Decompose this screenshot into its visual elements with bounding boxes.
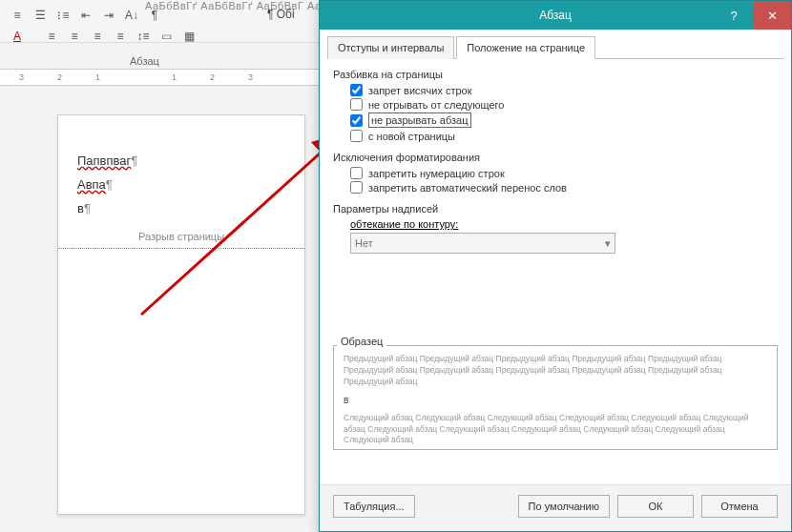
preview-box: Предыдущий абзац Предыдущий абзац Предыд… — [333, 345, 778, 450]
align-left-icon[interactable]: ≡ — [42, 27, 61, 46]
justify-icon[interactable]: ≡ — [111, 27, 130, 46]
label-no-hyphen: запретить автоматический перенос слов — [368, 182, 567, 194]
decrease-indent-icon[interactable]: ⇤ — [76, 6, 95, 25]
checkbox-widow-control[interactable] — [350, 84, 363, 96]
help-button[interactable]: ? — [715, 1, 753, 30]
paragraph-dialog: Абзац ? ✕ Отступы и интервалы Положение … — [319, 0, 792, 532]
label-keep-together: не разрывать абзац — [371, 114, 469, 126]
horizontal-ruler[interactable]: 3 2 1 1 2 3 — [0, 69, 324, 86]
numbering-icon[interactable]: ☰ — [31, 6, 50, 25]
checkbox-page-break-before[interactable] — [350, 130, 363, 142]
page-break-marker: Разрыв страницы — [58, 225, 304, 249]
tab-position[interactable]: Положение на странице — [456, 36, 595, 59]
tight-wrap-label: обтекание по контуру: — [350, 218, 778, 230]
label-widow: запрет висячих строк — [368, 85, 472, 96]
label-page-break-before: с новой страницы — [368, 131, 455, 142]
checkbox-keep-together[interactable] — [350, 114, 363, 127]
dialog-title: Абзац — [539, 9, 572, 22]
close-button[interactable]: ✕ — [753, 1, 791, 30]
tabs-button[interactable]: Табуляция... — [333, 495, 415, 518]
cancel-button[interactable]: Отмена — [701, 495, 778, 518]
label-suppress-lines: запретить нумерацию строк — [368, 168, 505, 179]
preview-prev-text: Предыдущий абзац Предыдущий абзац Предыд… — [344, 354, 767, 388]
bullets-icon[interactable]: ≡ — [8, 6, 27, 25]
borders-icon[interactable]: ▦ — [179, 27, 198, 46]
sample-legend: Образец — [337, 336, 386, 347]
tab-indents[interactable]: Отступы и интервалы — [327, 36, 454, 59]
align-center-icon[interactable]: ≡ — [65, 27, 84, 46]
pilcrow-sample: ¶ Обі — [267, 8, 295, 21]
tight-wrap-value: Нет — [355, 237, 373, 249]
preview-next-text: Следующий абзац Следующий абзац Следующи… — [344, 413, 767, 447]
shading-icon[interactable]: ▭ — [156, 27, 176, 46]
dialog-titlebar[interactable]: Абзац ? ✕ — [320, 1, 791, 30]
chevron-down-icon: ▾ — [605, 237, 611, 250]
bullets-numbering-group: ≡ ☰ ⫶≡ ⇤ ⇥ A↓ ¶ — [8, 6, 164, 25]
line-spacing-icon[interactable]: ↕≡ — [134, 27, 153, 46]
doc-line-3[interactable]: в¶ — [77, 201, 285, 215]
document-page[interactable]: Папвпваг¶ Авпа¶ в¶ Разрыв страницы — [57, 114, 305, 515]
ok-button[interactable]: ОК — [617, 495, 694, 518]
label-keep-next: не отрывать от следующего — [368, 99, 504, 111]
preview-current: в — [344, 394, 767, 407]
show-marks-icon[interactable]: ¶ — [145, 6, 164, 25]
checkbox-keep-with-next[interactable] — [350, 98, 363, 111]
doc-line-2[interactable]: Авпа¶ — [77, 177, 285, 192]
align-group: A ≡ ≡ ≡ ≡ ↕≡ ▭ ▦ — [8, 27, 198, 46]
textbox-options-legend: Параметры надписей — [333, 203, 778, 215]
pagination-legend: Разбивка на страницы — [333, 69, 778, 80]
font-color-icon[interactable]: A — [8, 27, 27, 46]
multilevel-icon[interactable]: ⫶≡ — [53, 6, 73, 25]
set-default-button[interactable]: По умолчанию — [518, 495, 610, 518]
checkbox-suppress-line-numbers[interactable] — [350, 167, 363, 179]
doc-line-1[interactable]: Папвпваг¶ — [77, 153, 285, 168]
align-right-icon[interactable]: ≡ — [88, 27, 107, 46]
increase-indent-icon[interactable]: ⇥ — [99, 6, 118, 25]
formatting-exceptions-legend: Исключения форматирования — [333, 152, 778, 163]
dialog-tabs: Отступы и интервалы Положение на страниц… — [327, 35, 783, 59]
ribbon-group-paragraph-label: Абзац — [130, 55, 159, 67]
tight-wrap-combo[interactable]: Нет ▾ — [350, 233, 615, 254]
sort-icon[interactable]: A↓ — [122, 6, 141, 25]
checkbox-no-hyphenation[interactable] — [350, 181, 363, 194]
